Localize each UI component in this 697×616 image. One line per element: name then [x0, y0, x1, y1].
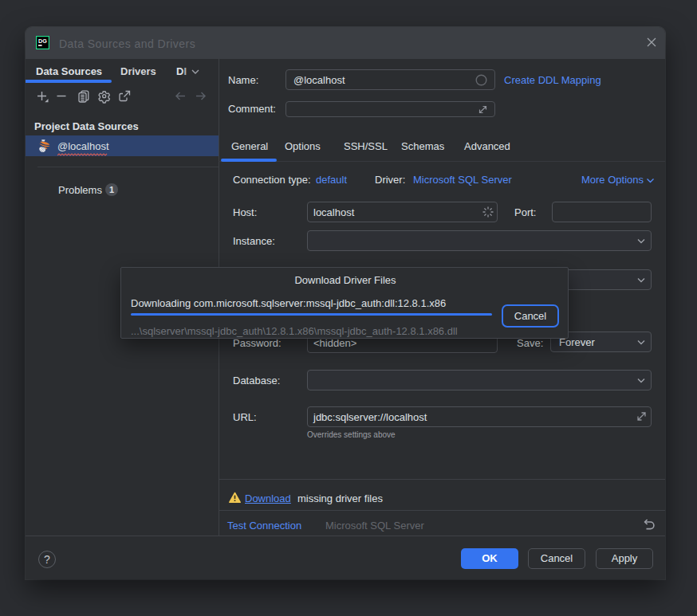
svg-text:DG: DG — [38, 37, 47, 45]
